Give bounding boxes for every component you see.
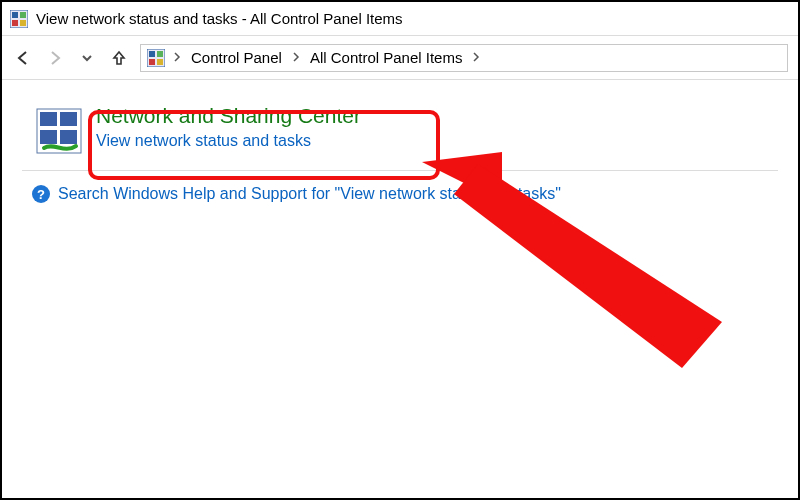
svg-rect-14	[60, 130, 77, 144]
svg-rect-3	[12, 20, 18, 26]
navigation-toolbar: Control Panel All Control Panel Items	[2, 36, 798, 80]
address-bar[interactable]: Control Panel All Control Panel Items	[140, 44, 788, 72]
svg-rect-1	[12, 12, 18, 18]
svg-rect-2	[20, 12, 26, 18]
recent-locations-dropdown[interactable]	[76, 47, 98, 69]
chevron-right-icon[interactable]	[470, 52, 482, 64]
breadcrumb-control-panel[interactable]: Control Panel	[189, 49, 284, 66]
help-icon: ?	[32, 185, 50, 203]
breadcrumb-all-items[interactable]: All Control Panel Items	[308, 49, 465, 66]
control-panel-icon	[10, 10, 28, 28]
forward-button[interactable]	[44, 47, 66, 69]
control-panel-icon	[147, 49, 165, 67]
svg-rect-11	[40, 112, 57, 126]
svg-rect-12	[60, 112, 77, 126]
divider	[22, 170, 778, 171]
svg-rect-13	[40, 130, 57, 144]
help-link-text: Search Windows Help and Support for "Vie…	[58, 185, 561, 203]
content-area: Network and Sharing Center View network …	[2, 80, 798, 213]
svg-rect-4	[20, 20, 26, 26]
help-search-link[interactable]: ? Search Windows Help and Support for "V…	[32, 181, 778, 203]
svg-rect-6	[149, 51, 155, 57]
chevron-right-icon[interactable]	[171, 52, 183, 64]
back-button[interactable]	[12, 47, 34, 69]
window-title: View network status and tasks - All Cont…	[36, 10, 403, 27]
network-sharing-center-icon	[36, 108, 82, 154]
window-titlebar: View network status and tasks - All Cont…	[2, 2, 798, 36]
result-title-link[interactable]: Network and Sharing Center	[96, 104, 361, 128]
svg-rect-8	[149, 59, 155, 65]
chevron-right-icon[interactable]	[290, 52, 302, 64]
search-result-item[interactable]: Network and Sharing Center View network …	[32, 98, 778, 166]
svg-rect-7	[157, 51, 163, 57]
svg-rect-9	[157, 59, 163, 65]
result-subtitle-link[interactable]: View network status and tasks	[96, 132, 361, 150]
up-button[interactable]	[108, 47, 130, 69]
